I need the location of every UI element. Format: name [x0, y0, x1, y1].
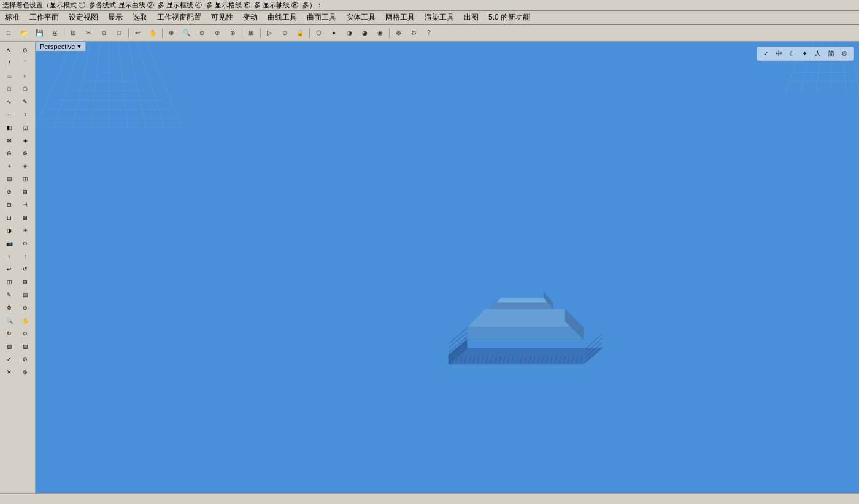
viewport[interactable]: Perspective ▼ — [36, 42, 859, 493]
sidebar-btn-select-all[interactable]: ⊙ — [18, 44, 33, 56]
toolbar-btn-render-preview[interactable]: ⬡ — [311, 26, 326, 40]
sidebar-btn-gumball[interactable]: ⊗ — [18, 147, 33, 159]
toolbar-btn-help[interactable]: ? — [422, 26, 436, 40]
toolbar-btn-render-sphere1[interactable]: ● — [326, 26, 341, 40]
sidebar-btn-filter[interactable]: ⊘ — [18, 353, 33, 365]
menu-item-9[interactable]: 曲面工具 — [302, 11, 341, 24]
menu-item-13[interactable]: 出图 — [459, 11, 483, 24]
hud-check[interactable]: ✓ — [761, 49, 771, 58]
sidebar-btn-material[interactable]: ◫ — [18, 173, 33, 185]
menu-item-14[interactable]: 5.0 的新功能 — [483, 11, 535, 24]
sidebar-btn-analysis[interactable]: ⊘ — [2, 186, 17, 198]
menu-item-5[interactable]: 工作视窗配置 — [152, 11, 206, 24]
sidebar-btn-circle[interactable]: ○ — [18, 70, 33, 82]
sidebar-btn-target[interactable]: ⊙ — [18, 237, 33, 250]
sidebar-btn-rotate[interactable]: ↻ — [2, 327, 17, 340]
sidebar-btn-text[interactable]: T — [18, 109, 33, 121]
sidebar-btn-macro[interactable]: ⊕ — [18, 302, 33, 314]
sidebar-btn-nurbs[interactable]: ◈ — [18, 134, 33, 147]
sidebar-btn-arc[interactable]: ⌓ — [2, 70, 17, 82]
toolbar-btn-settings2[interactable]: ⚙ — [406, 26, 421, 40]
hud-star[interactable]: ✦ — [799, 49, 810, 58]
toolbar-btn-viewport-config[interactable]: ⊞ — [244, 26, 258, 40]
sidebar-btn-history[interactable]: ↩ — [2, 263, 17, 275]
command-bar[interactable] — [0, 493, 859, 504]
sidebar-btn-light[interactable]: ☀ — [18, 224, 33, 237]
toolbar-btn-pan-view[interactable]: ✋ — [145, 26, 160, 40]
sidebar-btn-camera[interactable]: 📷 — [2, 237, 17, 250]
menu-item-11[interactable]: 网格工具 — [380, 11, 420, 24]
sidebar-btn-orbit[interactable]: ⊙ — [18, 327, 33, 340]
sidebar-btn-import[interactable]: ↓ — [2, 250, 17, 262]
menu-item-12[interactable]: 渲染工具 — [420, 11, 459, 24]
toolbar-btn-zoom-window[interactable]: 🔍 — [179, 26, 194, 40]
toolbar-btn-settings1[interactable]: ⚙ — [391, 26, 406, 40]
sidebar-btn-delete[interactable]: ✕ — [2, 366, 17, 378]
menu-item-8[interactable]: 曲线工具 — [263, 11, 302, 24]
sidebar-btn-script[interactable]: ⚙ — [2, 302, 17, 314]
toolbar-btn-render-sphere2[interactable]: ◑ — [342, 26, 356, 40]
sidebar-btn-transform[interactable]: ⊕ — [2, 147, 17, 159]
sidebar-btn-osnap[interactable]: ⌖ — [2, 160, 17, 172]
hud-simple[interactable]: 简 — [825, 48, 837, 59]
sidebar-btn-snap[interactable]: # — [18, 160, 33, 172]
sidebar-btn-wire[interactable]: ⊟ — [18, 276, 33, 288]
toolbar-btn-osnap2[interactable]: ⊙ — [277, 26, 292, 40]
hud-settings[interactable]: ⚙ — [839, 49, 850, 58]
sidebar-btn-select-cursor[interactable]: ↖ — [2, 44, 17, 56]
toolbar-btn-open[interactable]: 📂 — [17, 26, 31, 40]
sidebar-btn-mesh[interactable]: ⊠ — [2, 134, 17, 147]
sidebar-btn-line[interactable]: / — [2, 57, 17, 69]
sidebar-btn-layer[interactable]: ▤ — [2, 173, 17, 185]
perspective-tab[interactable]: Perspective ▼ — [36, 42, 86, 51]
toolbar-btn-render-sphere3[interactable]: ◕ — [357, 26, 372, 40]
sidebar-btn-freeform[interactable]: ✎ — [18, 96, 33, 108]
sidebar-btn-boolean[interactable]: ⊞ — [18, 186, 33, 198]
sidebar-btn-curve[interactable]: ∿ — [2, 96, 17, 108]
toolbar-btn-paste[interactable]: □ — [112, 26, 126, 40]
sidebar-btn-render[interactable]: ◑ — [2, 224, 17, 237]
toolbar-btn-undo-box[interactable]: ⊡ — [66, 26, 80, 40]
sidebar-btn-annotate[interactable]: ✎ — [2, 289, 17, 301]
sidebar-btn-display[interactable]: ◫ — [2, 276, 17, 288]
menu-item-3[interactable]: 显示 — [103, 11, 128, 24]
toolbar-btn-copy[interactable]: ⧉ — [96, 26, 111, 40]
toolbar-btn-new[interactable]: □ — [1, 26, 16, 40]
sidebar-btn-export[interactable]: ↑ — [18, 250, 33, 262]
sidebar-btn-group[interactable]: ⊡ — [2, 212, 17, 224]
toolbar-btn-select-point[interactable]: ⊕ — [164, 26, 179, 40]
hud-moon[interactable]: ☾ — [787, 49, 798, 58]
sidebar-btn-polyline[interactable]: ⌒ — [18, 57, 33, 69]
sidebar-btn-array[interactable]: ⊟ — [2, 199, 17, 211]
sidebar-btn-view2[interactable]: ▨ — [18, 340, 33, 353]
sidebar-btn-solid[interactable]: ◧ — [2, 121, 17, 134]
menu-item-2[interactable]: 设定视图 — [64, 11, 103, 24]
menu-item-4[interactable]: 选取 — [128, 11, 152, 24]
sidebar-btn-undo-side[interactable]: ↺ — [18, 263, 33, 275]
toolbar-btn-zoom-selected[interactable]: ⊘ — [210, 26, 225, 40]
sidebar-btn-zoom[interactable]: 🔍 — [2, 315, 17, 327]
sidebar-btn-pan[interactable]: ✋ — [18, 315, 33, 327]
menu-item-10[interactable]: 实体工具 — [341, 11, 380, 24]
menu-item-0[interactable]: 标准 — [0, 11, 25, 24]
toolbar-btn-save[interactable]: 💾 — [32, 26, 47, 40]
toolbar-btn-print[interactable]: 🖨 — [47, 26, 62, 40]
sidebar-btn-surface[interactable]: ◱ — [18, 121, 33, 134]
toolbar-btn-osnap1[interactable]: ▷ — [262, 26, 277, 40]
hud-person[interactable]: 人 — [812, 48, 823, 59]
sidebar-btn-rectangle[interactable]: □ — [2, 83, 17, 95]
sidebar-btn-polygon[interactable]: ⬡ — [18, 83, 33, 95]
sidebar-btn-dimension[interactable]: ↔ — [2, 109, 17, 121]
perspective-dropdown-icon[interactable]: ▼ — [76, 44, 82, 50]
sidebar-btn-purge[interactable]: ⊗ — [18, 366, 33, 378]
toolbar-btn-zoom-extents[interactable]: ⊗ — [225, 26, 240, 40]
sidebar-btn-layout[interactable]: ▤ — [18, 289, 33, 301]
sidebar-btn-check[interactable]: ✓ — [2, 353, 17, 365]
hud-mid[interactable]: 中 — [773, 48, 785, 59]
toolbar-btn-render-sphere4[interactable]: ◉ — [372, 26, 387, 40]
toolbar-btn-lock[interactable]: 🔒 — [293, 26, 307, 40]
toolbar-btn-undo[interactable]: ↩ — [130, 26, 145, 40]
menu-item-7[interactable]: 变动 — [238, 11, 263, 24]
toolbar-btn-zoom-all[interactable]: ⊙ — [195, 26, 209, 40]
menu-item-6[interactable]: 可见性 — [206, 11, 238, 24]
